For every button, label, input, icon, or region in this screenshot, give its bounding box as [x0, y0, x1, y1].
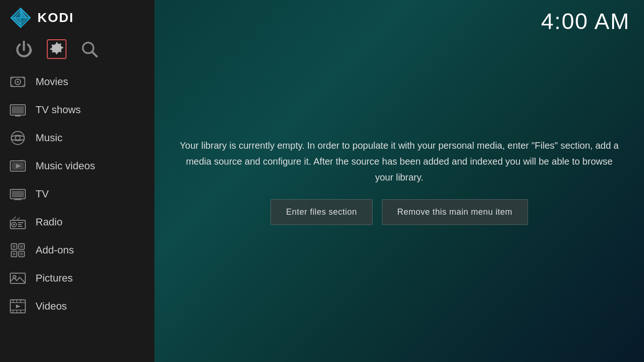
settings-button[interactable]: [47, 39, 66, 59]
svg-rect-22: [15, 115, 21, 116]
svg-marker-8: [11, 18, 21, 27]
svg-point-40: [13, 224, 15, 225]
nav-item-addons[interactable]: Add-ons: [0, 236, 154, 264]
svg-line-44: [12, 217, 16, 220]
nav-item-tvshows[interactable]: TV shows: [0, 96, 154, 124]
videos-label: Videos: [36, 300, 67, 312]
nav-item-movies[interactable]: Movies: [0, 68, 154, 96]
power-button[interactable]: [14, 39, 34, 59]
nav-item-music[interactable]: Music: [0, 124, 154, 152]
music-label: Music: [36, 132, 62, 144]
main-nav: Movies TV shows: [0, 63, 154, 362]
svg-point-16: [17, 81, 19, 83]
nav-item-videos[interactable]: Videos: [0, 292, 154, 320]
pictures-icon: [9, 270, 26, 287]
addons-icon: [9, 242, 26, 259]
svg-rect-52: [13, 253, 15, 255]
kodi-wordmark: KODI: [37, 10, 74, 25]
library-empty-message: Your library is currently empty. In orde…: [177, 138, 622, 185]
action-button-row: Enter files section Remove this main men…: [271, 199, 528, 225]
svg-rect-51: [20, 245, 23, 248]
svg-rect-19: [11, 85, 13, 87]
nav-item-radio[interactable]: Radio: [0, 208, 154, 236]
svg-rect-18: [22, 77, 25, 79]
svg-rect-20: [22, 85, 25, 87]
radio-icon: [9, 214, 26, 231]
kodi-logo: [9, 7, 32, 29]
addons-label: Add-ons: [36, 244, 74, 256]
svg-rect-50: [13, 245, 15, 248]
musicvideos-icon: [9, 158, 26, 174]
svg-rect-17: [11, 77, 13, 79]
svg-rect-54: [10, 273, 25, 283]
svg-marker-7: [11, 8, 21, 18]
movies-icon: [9, 73, 26, 90]
search-button[interactable]: [80, 39, 99, 59]
svg-rect-41: [18, 222, 23, 223]
content-center: Your library is currently empty. In orde…: [154, 0, 644, 362]
nav-item-pictures[interactable]: Pictures: [0, 264, 154, 292]
svg-point-24: [11, 131, 24, 145]
svg-marker-6: [21, 18, 30, 27]
tvshows-label: TV shows: [36, 104, 81, 116]
tv-icon: [9, 186, 26, 203]
svg-rect-53: [20, 253, 23, 255]
tv-label: TV: [36, 188, 49, 200]
nav-item-tv[interactable]: TV: [0, 180, 154, 208]
musicvideos-label: Music videos: [36, 160, 95, 172]
movies-label: Movies: [36, 76, 68, 88]
videos-icon: [9, 298, 26, 315]
sidebar: KODI: [0, 0, 154, 362]
pictures-label: Pictures: [36, 272, 73, 284]
clock-display: 4:00 AM: [541, 8, 630, 34]
main-content: 4:00 AM Your library is currently empty.…: [154, 0, 644, 362]
sidebar-header: KODI: [0, 0, 154, 35]
enter-files-button[interactable]: Enter files section: [271, 199, 373, 225]
radio-label: Radio: [36, 216, 62, 228]
svg-line-13: [92, 52, 97, 57]
svg-rect-42: [18, 224, 22, 225]
svg-rect-35: [12, 191, 24, 197]
svg-rect-43: [18, 226, 22, 227]
nav-item-musicvideos[interactable]: Music videos: [0, 152, 154, 180]
remove-menu-item-button[interactable]: Remove this main menu item: [382, 199, 528, 225]
music-icon: [9, 130, 26, 146]
svg-marker-65: [16, 304, 21, 308]
sidebar-icon-bar: [0, 35, 154, 63]
tvshows-icon: [9, 101, 26, 118]
svg-rect-23: [12, 106, 24, 114]
